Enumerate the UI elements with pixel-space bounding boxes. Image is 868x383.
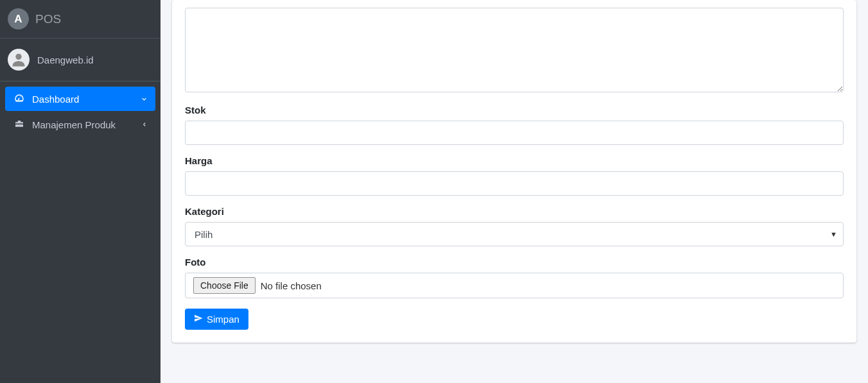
briefcase-icon (13, 119, 26, 130)
brand[interactable]: A POS (0, 0, 161, 38)
stok-label: Stok (185, 105, 844, 115)
sidebar-item-dashboard[interactable]: Dashboard (5, 87, 155, 111)
user-name: Daengweb.id (37, 55, 94, 65)
svg-point-0 (15, 54, 21, 60)
choose-file-button[interactable]: Choose File (193, 277, 256, 294)
harga-input[interactable] (185, 171, 844, 196)
harga-label: Harga (185, 155, 844, 166)
foto-label: Foto (185, 257, 844, 268)
form-group-stok: Stok (185, 105, 844, 145)
submit-button[interactable]: Simpan (185, 309, 248, 330)
stok-input[interactable] (185, 121, 844, 145)
file-status-text: No file chosen (261, 280, 322, 291)
kategori-label: Kategori (185, 206, 844, 217)
main-content: Stok Harga Kategori Pilih ▼ Foto (161, 0, 868, 383)
form-group-harga: Harga (185, 155, 844, 196)
brand-logo-icon: A (8, 8, 29, 30)
submit-button-label: Simpan (207, 314, 239, 325)
chevron-down-icon (141, 96, 148, 103)
sidebar-item-label: Dashboard (32, 94, 79, 105)
sidebar-item-label: Manajemen Produk (32, 119, 116, 130)
avatar (8, 49, 30, 71)
paper-plane-icon (194, 314, 203, 325)
brand-text: POS (35, 12, 61, 26)
form-group-kategori: Kategori Pilih ▼ (185, 206, 844, 246)
tachometer-icon (13, 93, 26, 105)
form-group-foto: Foto Choose File No file chosen (185, 257, 844, 298)
user-panel[interactable]: Daengweb.id (0, 38, 161, 81)
sidebar-item-manajemen-produk[interactable]: Manajemen Produk (5, 112, 155, 137)
file-input-wrap[interactable]: Choose File No file chosen (185, 273, 844, 298)
sidebar: A POS Daengweb.id Dashboard (0, 0, 161, 383)
description-textarea[interactable] (185, 8, 844, 92)
sidebar-nav: Dashboard Manajemen Produk (0, 81, 161, 143)
form-group-description (185, 0, 844, 94)
chevron-left-icon (141, 121, 148, 128)
kategori-select[interactable]: Pilih (185, 222, 844, 246)
form-card: Stok Harga Kategori Pilih ▼ Foto (172, 0, 856, 343)
